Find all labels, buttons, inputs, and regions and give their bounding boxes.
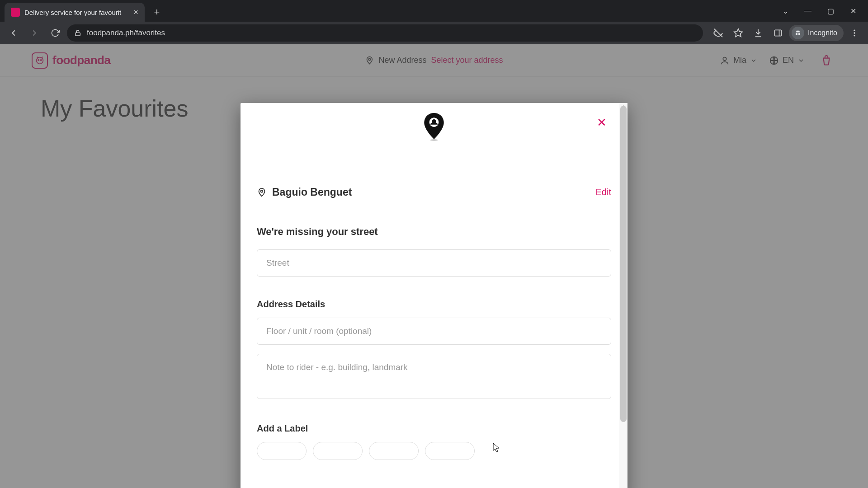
browser-tab[interactable]: Delivery service for your favourit ×	[5, 3, 145, 22]
modal-close-button[interactable]: ✕	[597, 116, 607, 130]
location-pin-icon	[257, 188, 267, 197]
lock-icon	[74, 29, 81, 37]
label-chip[interactable]	[369, 442, 419, 460]
floor-unit-input[interactable]	[257, 318, 611, 345]
svg-point-5	[796, 33, 798, 35]
nav-reload-icon[interactable]	[46, 24, 64, 42]
tab-search-icon[interactable]: ⌄	[774, 2, 797, 20]
incognito-icon	[792, 27, 804, 39]
download-icon[interactable]	[749, 24, 767, 42]
modal-location: Baguio Benguet	[272, 186, 352, 198]
address-details-heading: Address Details	[257, 299, 611, 310]
street-input[interactable]	[257, 249, 611, 277]
sidepanel-icon[interactable]	[769, 24, 787, 42]
tab-title: Delivery service for your favourit	[24, 9, 129, 16]
missing-street-heading: We're missing your street	[257, 226, 611, 238]
new-tab-button[interactable]: +	[149, 5, 165, 20]
svg-point-18	[430, 139, 438, 141]
nav-back-icon[interactable]	[5, 24, 23, 42]
window-close-icon[interactable]: ✕	[842, 2, 864, 20]
browser-toolbar: foodpanda.ph/favorites Incognito	[0, 22, 868, 44]
svg-point-6	[798, 33, 801, 35]
modal-scrollbar[interactable]: ▴ ▾	[619, 103, 627, 488]
svg-marker-2	[734, 29, 742, 37]
map-pin-icon	[423, 113, 445, 141]
browser-menu-icon[interactable]	[845, 24, 863, 42]
address-bar[interactable]: foodpanda.ph/favorites	[67, 24, 703, 42]
svg-point-7	[854, 30, 855, 31]
incognito-chip[interactable]: Incognito	[789, 25, 844, 41]
note-to-rider-input[interactable]	[257, 354, 611, 399]
svg-rect-3	[775, 30, 782, 36]
bookmark-star-icon[interactable]	[729, 24, 747, 42]
eye-off-icon[interactable]	[709, 24, 727, 42]
add-label-heading: Add a Label	[257, 423, 611, 434]
label-chip[interactable]	[313, 442, 363, 460]
window-controls: ⌄ ― ▢ ✕	[774, 0, 868, 22]
label-chip[interactable]	[425, 442, 475, 460]
scroll-thumb[interactable]	[620, 106, 627, 422]
incognito-label: Incognito	[808, 29, 837, 37]
svg-point-9	[854, 35, 855, 36]
window-maximize-icon[interactable]: ▢	[819, 2, 842, 20]
tab-favicon	[11, 8, 20, 17]
modal-map[interactable]	[257, 111, 611, 183]
label-chip-row	[257, 442, 611, 460]
edit-address-link[interactable]: Edit	[596, 187, 611, 197]
address-url: foodpanda.ph/favorites	[87, 28, 696, 38]
tab-close-icon[interactable]: ×	[133, 8, 138, 17]
label-chip[interactable]	[257, 442, 307, 460]
svg-point-8	[854, 32, 855, 33]
address-modal: ✕ Baguio Benguet Edit	[241, 103, 627, 488]
nav-forward-icon[interactable]	[25, 24, 43, 42]
svg-rect-0	[75, 33, 80, 36]
browser-tab-bar: Delivery service for your favourit × + ⌄…	[0, 0, 868, 22]
svg-point-19	[261, 190, 263, 192]
window-minimize-icon[interactable]: ―	[797, 2, 819, 20]
